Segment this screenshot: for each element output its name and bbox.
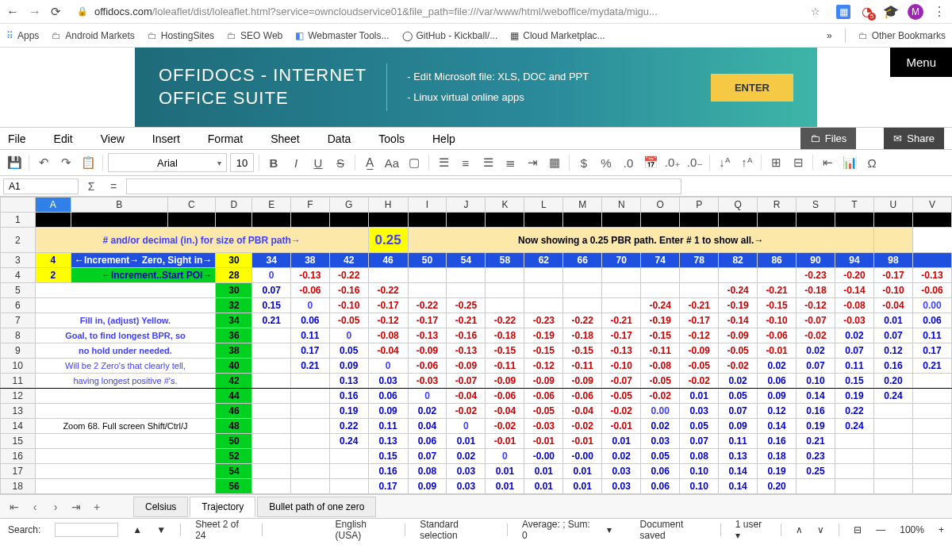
save-icon[interactable]: 💾 (5, 153, 24, 172)
cell[interactable]: -0.05 (602, 389, 641, 404)
cell[interactable]: 0 (368, 359, 408, 374)
cell[interactable]: 44 (216, 389, 252, 404)
cell[interactable]: 0.09 (408, 479, 447, 494)
cell[interactable]: 0.24 (835, 419, 873, 434)
cell[interactable]: 0.01 (486, 479, 524, 494)
more-bookmarks[interactable]: » (827, 30, 832, 41)
cell[interactable]: 32 (216, 298, 252, 313)
cell[interactable] (290, 389, 329, 404)
header[interactable]: D (216, 198, 252, 213)
header[interactable]: M (563, 198, 602, 213)
cell[interactable]: 0.11 (719, 434, 758, 449)
cell[interactable] (35, 464, 216, 479)
cell[interactable]: 0.02 (835, 328, 873, 343)
cell[interactable]: 38 (216, 343, 252, 359)
cell[interactable] (797, 479, 835, 494)
header[interactable]: B (71, 198, 167, 213)
cell[interactable]: 0.05 (641, 449, 680, 464)
cell[interactable]: 0.05 (329, 343, 368, 359)
header[interactable]: 3 (1, 253, 36, 268)
header[interactable]: O (641, 198, 680, 213)
italic-icon[interactable]: I (286, 153, 305, 172)
cell[interactable] (290, 374, 329, 389)
cell[interactable]: -0.10 (873, 283, 912, 298)
cell[interactable]: ←Increment..Start POI→ (71, 268, 215, 283)
cell[interactable]: 0.01 (524, 479, 563, 494)
cell[interactable]: -0.00 (563, 449, 602, 464)
cell[interactable]: 0.06 (758, 374, 797, 389)
cell[interactable]: 40 (216, 359, 252, 374)
cell[interactable]: 0.01 (524, 464, 563, 479)
cell[interactable]: -0.11 (486, 359, 524, 374)
cell[interactable] (912, 419, 951, 434)
bookmark-hostingsites[interactable]: 🗀HostingSites (148, 30, 214, 41)
header[interactable]: 7 (1, 313, 36, 328)
menu-sheet[interactable]: Sheet (271, 132, 300, 145)
cell[interactable] (641, 268, 680, 283)
cell[interactable] (835, 213, 873, 228)
cell[interactable]: 0.21 (290, 359, 329, 374)
header[interactable]: 1 (1, 213, 36, 228)
cell[interactable]: 0.05 (680, 419, 719, 434)
redo-icon[interactable]: ↷ (56, 153, 75, 172)
cell[interactable]: 30 (216, 253, 252, 268)
cell[interactable]: -0.02 (602, 404, 641, 419)
cell[interactable] (873, 213, 912, 228)
cell[interactable] (447, 283, 486, 298)
cell[interactable]: -0.10 (758, 313, 797, 328)
cell[interactable]: 0.10 (680, 479, 719, 494)
cell[interactable] (368, 213, 408, 228)
cell[interactable]: 0.01 (486, 464, 524, 479)
cell[interactable] (35, 213, 71, 228)
cell[interactable]: 0.20 (758, 479, 797, 494)
cell[interactable]: -0.19 (719, 298, 758, 313)
date-icon[interactable]: 📅 (641, 153, 660, 172)
cell[interactable] (290, 479, 329, 494)
cell[interactable]: 98 (873, 253, 912, 268)
function-icon[interactable]: Ω (862, 153, 881, 172)
header[interactable]: P (680, 198, 719, 213)
cell[interactable]: 58 (486, 253, 524, 268)
cell[interactable] (912, 449, 951, 464)
cell[interactable]: 50 (216, 434, 252, 449)
currency-icon[interactable]: $ (574, 153, 593, 172)
remove-decimal-icon[interactable]: .0₋ (685, 153, 704, 172)
cell[interactable]: 0.07 (719, 404, 758, 419)
cell[interactable]: 0.12 (758, 404, 797, 419)
cell[interactable] (873, 449, 912, 464)
cell[interactable]: -0.01 (524, 434, 563, 449)
cell[interactable]: 0.15 (252, 298, 290, 313)
menu-edit[interactable]: Edit (54, 132, 73, 145)
cell[interactable]: -0.06 (563, 389, 602, 404)
language-indicator[interactable]: English (USA) (336, 519, 391, 541)
cell[interactable]: 0.01 (873, 313, 912, 328)
zoom-slider[interactable]: — (876, 524, 885, 535)
cell[interactable]: 0.03 (680, 404, 719, 419)
font-select[interactable]: Arial (108, 153, 227, 172)
cell[interactable] (290, 434, 329, 449)
cell[interactable]: 0.09 (368, 404, 408, 419)
cell[interactable] (641, 283, 680, 298)
cell[interactable]: -0.08 (641, 359, 680, 374)
bookmark-seo-web[interactable]: 🗀SEO Web (227, 30, 282, 41)
cell[interactable]: -0.08 (835, 298, 873, 313)
cell[interactable]: -0.21 (447, 313, 486, 328)
cell[interactable]: 0.14 (797, 389, 835, 404)
header[interactable]: T (835, 198, 873, 213)
cell[interactable]: 0.14 (719, 479, 758, 494)
cell[interactable]: 0.00 (641, 404, 680, 419)
cell[interactable] (35, 449, 216, 464)
cell[interactable]: 0.05 (719, 389, 758, 404)
cell[interactable] (912, 479, 951, 494)
cell[interactable] (290, 213, 329, 228)
header[interactable]: 14 (1, 419, 36, 434)
cell[interactable]: 0.16 (758, 434, 797, 449)
cell[interactable] (408, 268, 447, 283)
cell[interactable]: -0.04 (563, 404, 602, 419)
cell[interactable]: Zoom 68. Full screen Shift/Ctrl/J (35, 419, 216, 434)
cell[interactable]: 0.19 (835, 389, 873, 404)
cell[interactable] (329, 479, 368, 494)
tab-trajectory[interactable]: Trajectory (190, 497, 255, 517)
cell[interactable] (873, 228, 912, 253)
extension-icon-2[interactable]: ◔ (860, 5, 874, 19)
